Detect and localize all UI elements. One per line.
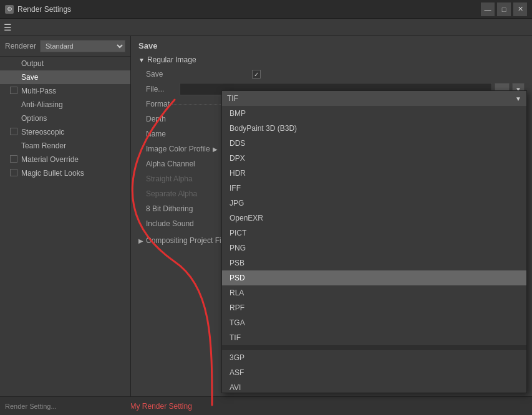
- sidebar-item-material-override-label: Material Override: [21, 155, 79, 164]
- save-section-title: Save: [131, 36, 532, 53]
- save-row: Save: [131, 67, 532, 82]
- dropdown-item-pict[interactable]: PICT: [222, 226, 526, 241]
- sidebar-items: Output Save Multi-Pass Anti-Aliasing Opt…: [0, 57, 130, 396]
- dropdown-item-psd[interactable]: PSD: [222, 270, 526, 285]
- sidebar-item-stereoscopic-label: Stereoscopic: [21, 128, 64, 136]
- close-button[interactable]: ✕: [513, 2, 527, 16]
- dropdown-item-avi[interactable]: AVI: [222, 380, 526, 393]
- minimize-button[interactable]: —: [481, 2, 495, 16]
- regular-image-header: ▼ Regular Image: [131, 53, 532, 67]
- window-controls: — □ ✕: [481, 2, 527, 16]
- sidebar-item-anti-aliasing[interactable]: Anti-Aliasing: [0, 98, 130, 112]
- sidebar-item-anti-aliasing-label: Anti-Aliasing: [21, 100, 63, 109]
- sidebar-item-options-label: Options: [21, 114, 47, 123]
- bottom-bar: Effect... Multi-Pass... ◎ My Render Sett…: [0, 396, 532, 415]
- dropdown-item-tga[interactable]: TGA: [222, 315, 526, 330]
- multi-pass-checkbox[interactable]: [10, 87, 17, 94]
- toolbar: ☰: [0, 19, 532, 36]
- image-color-arrow-icon: ▶: [213, 146, 218, 153]
- sidebar-item-magic-bullet[interactable]: Magic Bullet Looks: [0, 166, 130, 180]
- save-checkbox[interactable]: [252, 70, 261, 79]
- section-arrow-icon: ▼: [138, 57, 145, 64]
- dropdown-item-rla[interactable]: RLA: [222, 285, 526, 300]
- sidebar-item-save[interactable]: Save: [0, 70, 130, 84]
- dropdown-item-tif[interactable]: TIF: [222, 330, 526, 345]
- dropdown-item-png[interactable]: PNG: [222, 241, 526, 255]
- dropdown-item-hdr[interactable]: HDR: [222, 166, 526, 181]
- dropdown-item-3gp[interactable]: 3GP: [222, 350, 526, 365]
- sidebar-item-output-label: Output: [21, 59, 44, 68]
- dropdown-item-asf[interactable]: ASF: [222, 365, 526, 380]
- stereoscopic-checkbox[interactable]: [10, 128, 17, 135]
- magic-bullet-checkbox[interactable]: [10, 169, 17, 176]
- dropdown-list: BMP BodyPaint 3D (B3D) DDS DPX HDR IFF J…: [222, 106, 526, 393]
- window-title: Render Settings: [17, 5, 71, 14]
- format-dropdown-list: TIF ▼ BMP BodyPaint 3D (B3D) DDS DPX HDR…: [221, 90, 527, 393]
- sidebar-item-options[interactable]: Options: [0, 112, 130, 125]
- renderer-label: Renderer: [5, 42, 36, 50]
- file-label: File...: [146, 85, 177, 93]
- sidebar-item-team-render-label: Team Render: [21, 141, 66, 150]
- dropdown-item-psb[interactable]: PSB: [222, 255, 526, 270]
- save-field-label: Save: [146, 70, 252, 79]
- sidebar-item-team-render[interactable]: Team Render: [0, 139, 130, 153]
- dropdown-item-dpx[interactable]: DPX: [222, 151, 526, 166]
- compositing-label: Compositing Project File: [146, 236, 227, 245]
- dropdown-item-bmp[interactable]: BMP: [222, 106, 526, 121]
- render-setting-bottom-label: Render Setting...: [5, 403, 57, 410]
- renderer-row: Renderer Standard: [0, 36, 130, 57]
- compositing-arrow-icon: ▶: [138, 237, 143, 244]
- sidebar-item-magic-bullet-label: Magic Bullet Looks: [21, 169, 84, 178]
- dropdown-chevron-icon: ▼: [515, 95, 521, 102]
- sidebar-item-material-override[interactable]: Material Override: [0, 153, 130, 166]
- menu-icon[interactable]: ☰: [4, 22, 12, 32]
- dropdown-item-b3d[interactable]: BodyPaint 3D (B3D): [222, 121, 526, 136]
- dropdown-current-label: TIF: [227, 94, 515, 103]
- dropdown-item-jpg[interactable]: JPG: [222, 196, 526, 211]
- title-bar-left: ⚙ Render Settings: [5, 5, 71, 14]
- renderer-select[interactable]: Standard: [40, 40, 125, 52]
- render-setting-label: My Render Setting: [130, 402, 191, 411]
- sidebar-item-multi-pass-label: Multi-Pass: [21, 87, 56, 95]
- sidebar-item-multi-pass[interactable]: Multi-Pass: [0, 84, 130, 98]
- sidebar-item-save-label: Save: [21, 73, 38, 82]
- material-override-checkbox[interactable]: [10, 155, 17, 163]
- maximize-button[interactable]: □: [497, 2, 511, 16]
- app-icon: ⚙: [5, 5, 14, 14]
- sidebar-item-stereoscopic[interactable]: Stereoscopic: [0, 125, 130, 139]
- regular-image-label: Regular Image: [147, 55, 196, 64]
- dropdown-item-iff[interactable]: IFF: [222, 181, 526, 196]
- render-setting-bottom: Render Setting...: [0, 396, 131, 415]
- title-bar: ⚙ Render Settings — □ ✕: [0, 0, 532, 19]
- dropdown-item-openexr[interactable]: OpenEXR: [222, 211, 526, 226]
- dropdown-item-dds[interactable]: DDS: [222, 136, 526, 151]
- dropdown-item-rpf[interactable]: RPF: [222, 300, 526, 315]
- dropdown-header[interactable]: TIF ▼: [222, 91, 526, 106]
- sidebar-item-output[interactable]: Output: [0, 57, 130, 70]
- dropdown-divider: [222, 345, 526, 350]
- sidebar: Renderer Standard Output Save Multi-Pass: [0, 36, 131, 396]
